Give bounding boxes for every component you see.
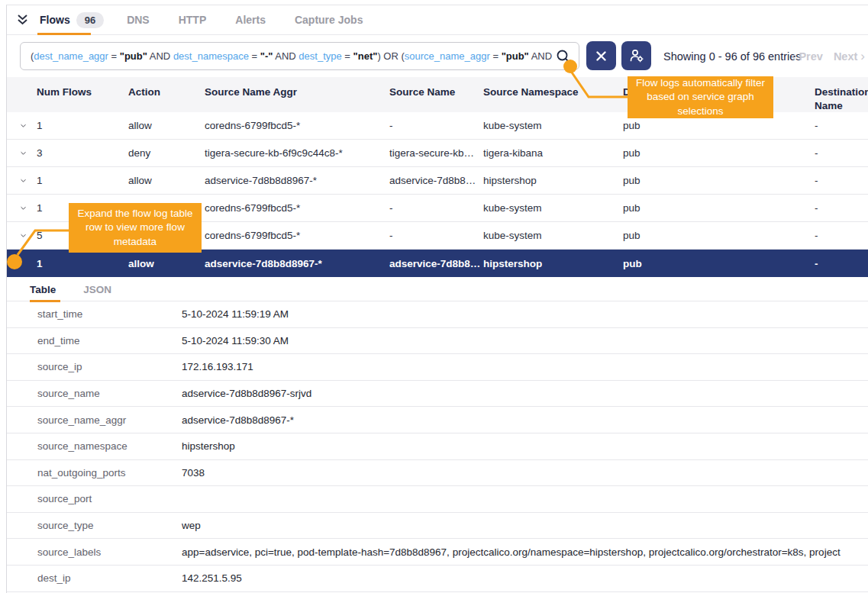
detail-key: source_labels [37, 546, 182, 558]
expand-row-icon[interactable] [21, 178, 26, 184]
chevron-left-icon: ‹ [792, 49, 796, 64]
detail-tabbar: Table JSON [7, 277, 868, 301]
col-header-action[interactable]: Action [128, 82, 205, 99]
tooltip-expand-info: Expand the flow log table row to view mo… [69, 203, 202, 253]
detail-tab-json[interactable]: JSON [83, 284, 111, 295]
detail-row: source_namespacehipstershop [7, 433, 868, 460]
detail-key: source_namespace [37, 440, 182, 452]
detail-row: nat_outgoing_ports7038 [7, 460, 868, 487]
clear-filter-button[interactable] [586, 41, 616, 70]
detail-value: adservice-7d8b8d8967-srjvd [182, 388, 868, 399]
cell-dest-name-aggr: pub [623, 147, 815, 159]
tab-alerts[interactable]: Alerts [235, 14, 266, 26]
cell-destination-name: - [815, 202, 868, 214]
cell-source-name-aggr: coredns-6799fbcd5-* [205, 120, 389, 131]
expand-row-icon[interactable] [21, 123, 26, 129]
cell-dest-name-aggr: pub [623, 202, 815, 214]
cell-source-name: - [389, 230, 483, 241]
tab-dns[interactable]: DNS [127, 14, 150, 26]
cell-destination-name: - [815, 175, 868, 186]
cell-action: allow [128, 258, 205, 269]
flows-count-badge[interactable]: 96 [76, 12, 104, 28]
detail-row: source_ip172.16.193.171 [7, 354, 868, 381]
table-row[interactable]: 3 deny tigera-secure-kb-6f9c9c44c8-* tig… [7, 140, 868, 167]
detail-key: source_port [37, 493, 182, 504]
cell-dest-name-aggr: pub [623, 230, 815, 241]
close-icon [596, 51, 606, 61]
detail-key: source_type [37, 520, 182, 531]
tab-flows[interactable]: Flows [40, 14, 70, 26]
user-gear-icon [629, 49, 644, 63]
expand-row-icon[interactable] [21, 205, 26, 211]
cell-action: deny [128, 147, 205, 159]
tab-http[interactable]: HTTP [179, 14, 207, 26]
tab-capture-jobs[interactable]: Capture Jobs [295, 14, 363, 26]
detail-key: source_ip [37, 361, 182, 372]
detail-key: source_name [37, 388, 182, 399]
detail-value: wep [182, 520, 868, 531]
cell-source-name: tigera-secure-kb… [389, 147, 483, 159]
detail-tab-table[interactable]: Table [30, 284, 56, 295]
filter-query-input[interactable]: (dest_name_aggr = "pub" AND dest_namespa… [20, 42, 579, 70]
column-settings-button[interactable] [621, 41, 651, 70]
cell-dest-name-aggr: pub [623, 120, 815, 131]
cell-source-namespace: tigera-kibana [483, 147, 623, 159]
cell-num-flows: 1 [37, 175, 128, 186]
cell-destination-name: - [815, 230, 868, 241]
cell-source-name-aggr: coredns-6799fbcd5-* [205, 202, 389, 214]
cell-source-name-aggr: adservice-7d8b8d8967-* [205, 258, 389, 269]
cell-num-flows: 1 [37, 258, 128, 269]
cell-destination-name: - [815, 147, 868, 159]
chevron-right-icon: › [860, 49, 865, 64]
cell-action: allow [128, 120, 205, 131]
detail-row: source_labelsapp=adservice, pci=true, po… [7, 539, 868, 566]
detail-row: source_typewep [7, 513, 868, 540]
detail-key: start_time [37, 308, 182, 320]
cell-source-name-aggr: tigera-secure-kb-6f9c9c44c8-* [205, 147, 389, 159]
detail-value: adservice-7d8b8d8967-* [182, 414, 868, 426]
detail-key: end_time [37, 335, 182, 346]
detail-row: source_name_aggradservice-7d8b8d8967-* [7, 407, 868, 433]
detail-value: 5-10-2024 11:59:19 AM [182, 308, 868, 320]
table-row-selected[interactable]: 1 allow adservice-7d8b8d8967-* adservice… [7, 250, 868, 277]
cell-source-name: - [389, 202, 483, 214]
log-type-tabbar: Flows 96 DNS HTTP Alerts Capture Jobs [7, 5, 868, 35]
detail-key: dest_ip [37, 572, 182, 584]
cell-num-flows: 1 [37, 120, 128, 131]
col-header-source-namespace[interactable]: Source Namespace [483, 82, 623, 99]
prev-page-button[interactable]: ‹Prev [792, 49, 823, 64]
cell-dest-name-aggr: pub [623, 175, 815, 186]
detail-active-tab-underline [30, 300, 60, 302]
cell-source-namespace: kube-system [483, 202, 623, 214]
cell-source-namespace: kube-system [483, 120, 623, 131]
detail-row: source_port [7, 486, 868, 513]
filter-query-text: (dest_name_aggr = "pub" AND dest_namespa… [31, 50, 553, 62]
collapse-panel-icon[interactable] [16, 14, 29, 26]
cell-dest-name-aggr: pub [623, 258, 815, 269]
cell-destination-name: - [815, 258, 868, 269]
cell-source-namespace: hipstershop [483, 175, 623, 186]
detail-value: 5-10-2024 11:59:30 AM [182, 335, 868, 346]
col-header-source-name-aggr[interactable]: Source Name Aggr [205, 82, 389, 99]
detail-value: 142.251.5.95 [182, 572, 868, 584]
cell-source-namespace: hipstershop [483, 258, 623, 269]
entries-count-text: Showing 0 - 96 of 96 entries [663, 35, 802, 77]
detail-value: 7038 [182, 467, 868, 479]
detail-value: app=adservice, pci=true, pod-template-ha… [182, 546, 868, 558]
cell-source-name-aggr: adservice-7d8b8d8967-* [205, 175, 389, 186]
col-header-num-flows[interactable]: Num Flows [37, 82, 128, 99]
col-header-source-name[interactable]: Source Name [389, 82, 483, 99]
cell-destination-name: - [815, 120, 868, 131]
next-page-button[interactable]: Next› [834, 49, 865, 64]
expand-row-icon[interactable] [21, 233, 26, 239]
cell-source-name: - [389, 120, 483, 131]
cell-source-name-aggr: coredns-6799fbcd5-* [205, 230, 389, 241]
expand-row-icon[interactable] [21, 150, 26, 156]
table-row[interactable]: 1 allow adservice-7d8b8d8967-* adservice… [7, 167, 868, 195]
flow-logs-panel: Flows 96 DNS HTTP Alerts Capture Jobs (d… [0, 0, 868, 593]
detail-row: start_time5-10-2024 11:59:19 AM [7, 301, 868, 328]
detail-key: nat_outgoing_ports [37, 467, 182, 479]
header-spacer [7, 82, 37, 85]
col-header-destination-name[interactable]: Destination Name [815, 82, 868, 113]
search-icon[interactable] [556, 49, 571, 64]
